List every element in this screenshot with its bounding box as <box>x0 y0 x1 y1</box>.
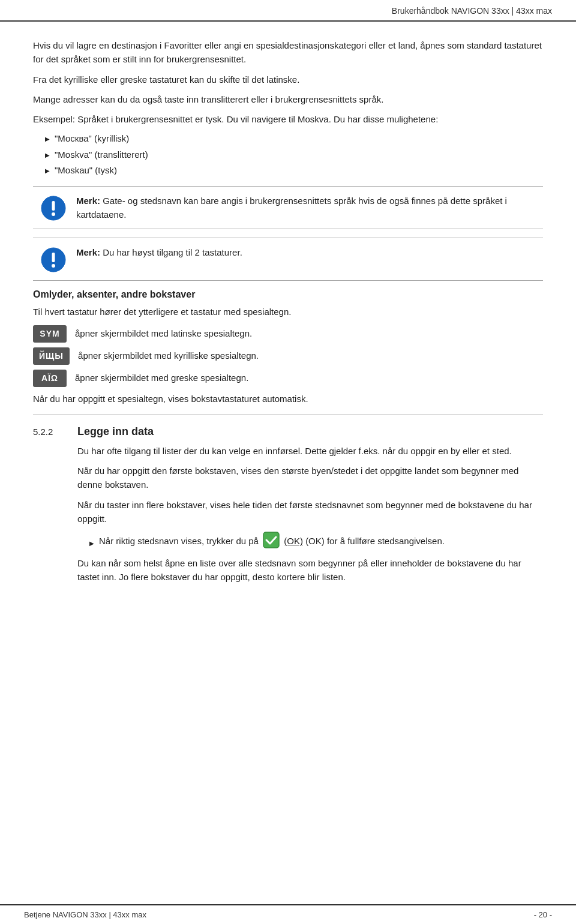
intro-p2: Fra det kyrilliske eller greske tastatur… <box>33 73 543 86</box>
ok-button[interactable] <box>263 532 280 553</box>
warning-icon-1 <box>40 195 67 221</box>
footer-left: Betjene NAVIGON 33xx | 43xx max <box>24 910 146 919</box>
page-header: Brukerhåndbok NAVIGON 33xx | 43xx max <box>0 0 576 22</box>
omlyder-title: Omlyder, aksenter, andre bokstaver <box>33 289 543 300</box>
main-content: Hvis du vil lagre en destinasjon i Favor… <box>0 22 576 626</box>
greek-row: АЇΩ åpner skjermbildet med greske spesia… <box>33 370 543 387</box>
ok-bullet-text: Når riktig stedsnavn vises, trykker du p… <box>99 532 445 553</box>
auto-text: Når du har oppgitt et spesialtegn, vises… <box>33 392 543 406</box>
ok-bullet-underline: (OK) <box>284 536 303 546</box>
s522-p1: Du har ofte tilgang til lister der du ka… <box>77 444 543 458</box>
page-footer: Betjene NAVIGON 33xx | 43xx max - 20 - <box>0 904 576 924</box>
greek-button[interactable]: АЇΩ <box>33 370 67 387</box>
intro-p4: Eksempel: Språket i brukergrensesnittet … <box>33 112 543 126</box>
ok-bullet-item: Når riktig stedsnavn vises, trykker du p… <box>89 532 543 553</box>
section-522-body: Legge inn data <box>77 425 543 438</box>
intro-p3: Mange adresser kan du da også taste inn … <box>33 92 543 106</box>
header-title: Brukerhåndbok NAVIGON 33xx | 43xx max <box>392 6 552 16</box>
note-box-2: Merk: Du har høyst tilgang til 2 tastatu… <box>33 238 543 281</box>
cyrillic-row: ЙЩЫ åpner skjermbildet med kyrilliske sp… <box>33 347 543 365</box>
sym-text: åpner skjermbildet med latinske spesialt… <box>75 327 252 341</box>
greek-text: åpner skjermbildet med greske spesialteg… <box>75 371 248 385</box>
list-item-kyrillisk: "Москва" (kyrillisk) <box>45 132 543 146</box>
svg-rect-4 <box>52 253 55 262</box>
svg-point-2 <box>52 212 55 216</box>
svg-rect-1 <box>52 201 55 211</box>
footer-right: - 20 - <box>534 910 552 919</box>
section-522-content: Du har ofte tilgang til lister der du ka… <box>77 444 543 584</box>
cyrillic-text: åpner skjermbildet med kyrilliske spesia… <box>78 349 259 363</box>
cyrillic-button[interactable]: ЙЩЫ <box>33 347 70 365</box>
sym-button[interactable]: SYM <box>33 325 67 343</box>
section-number: 5.2.2 <box>33 425 77 438</box>
ok-bullet-list: Når riktig stedsnavn vises, trykker du p… <box>89 532 543 553</box>
list-item-tysk: "Moskau" (tysk) <box>45 164 543 178</box>
ok-bullet-post: (OK) for å fullføre stedsangivelsen. <box>305 536 445 546</box>
warning-icon-2 <box>40 247 67 273</box>
omlyder-intro: Til hvert tastatur hører det ytterligere… <box>33 305 543 319</box>
moskva-list: "Москва" (kyrillisk) "Moskva" (translitt… <box>45 132 543 178</box>
intro-p1: Hvis du vil lagre en destinasjon i Favor… <box>33 38 543 67</box>
s522-p3: Når du taster inn flere bokstaver, vises… <box>77 498 543 526</box>
sym-row: SYM åpner skjermbildet med latinske spes… <box>33 325 543 343</box>
omlyder-section: Omlyder, aksenter, andre bokstaver Til h… <box>33 289 543 406</box>
divider <box>33 414 543 415</box>
note-box-1: Merk: Gate- og stedsnavn kan bare angis … <box>33 186 543 230</box>
section-522: 5.2.2 Legge inn data <box>33 425 543 438</box>
note-1-text: Merk: Gate- og stedsnavn kan bare angis … <box>76 194 536 222</box>
s522-p2: Når du har oppgitt den første bokstaven,… <box>77 464 543 492</box>
list-item-translitterert: "Moskva" (translitterert) <box>45 148 543 162</box>
section-title: Legge inn data <box>77 425 543 438</box>
note-2-text: Merk: Du har høyst tilgang til 2 tastatu… <box>76 245 242 259</box>
svg-point-5 <box>52 264 55 268</box>
s522-p4: Du kan når som helst åpne en liste over … <box>77 556 543 584</box>
